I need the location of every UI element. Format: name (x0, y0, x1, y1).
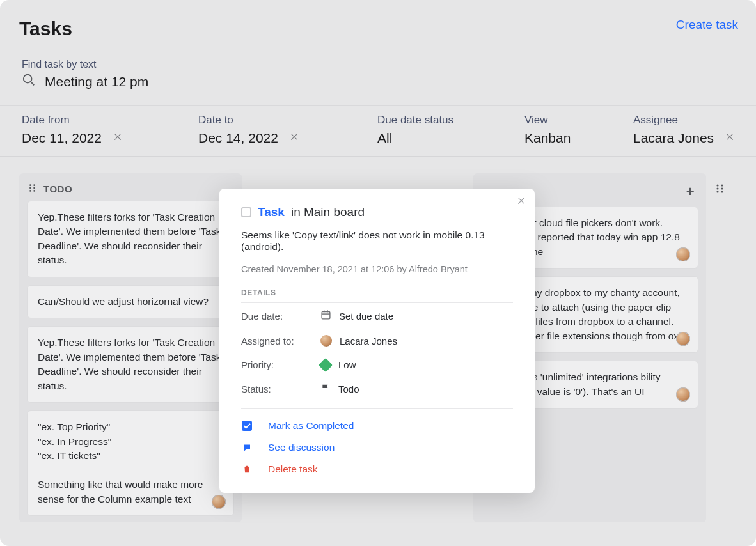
filter-value: Dec 11, 2022 (22, 130, 102, 146)
task-card[interactable]: "ex. Top Priority" "ex. In Progress" "ex… (27, 410, 234, 516)
svg-point-12 (29, 190, 31, 192)
filter-date-from[interactable]: Date from Dec 11, 2022 (0, 114, 179, 146)
filter-label: Assignee (633, 114, 737, 127)
filter-assignee[interactable]: Assignee Lacara Jones (614, 114, 756, 146)
board-column-todo: TODO Yep.These filters forks for 'Task C… (19, 173, 242, 522)
next-column-handle[interactable] (715, 173, 733, 522)
svg-point-19 (721, 191, 723, 192)
filter-value: Lacara Jones (633, 130, 714, 146)
clear-icon[interactable] (725, 132, 734, 144)
svg-rect-22 (322, 312, 330, 319)
column-header[interactable]: TODO (19, 173, 242, 201)
clear-icon[interactable] (113, 132, 122, 144)
filter-value: All (377, 130, 392, 146)
drag-icon[interactable] (715, 183, 725, 522)
svg-point-16 (716, 187, 718, 189)
page-title: Tasks (19, 18, 72, 40)
svg-point-15 (721, 184, 723, 186)
detail-assigned[interactable]: Assigned to: Lacara Jones (241, 329, 513, 353)
svg-point-18 (716, 191, 718, 192)
avatar (676, 387, 690, 402)
filter-bar: Date from Dec 11, 2022 Date to Dec 14, 2… (0, 105, 756, 157)
task-card[interactable]: Yep.These filters forks for 'Task Creati… (27, 201, 234, 277)
filter-label: Date to (198, 114, 339, 127)
chat-icon (241, 443, 253, 453)
check-icon (242, 421, 252, 431)
see-discussion-button[interactable]: See discussion (241, 442, 513, 453)
detail-label: Due date: (241, 311, 320, 322)
svg-line-1 (31, 82, 34, 85)
task-created-meta: Created November 18, 2021 at 12:06 by Al… (241, 264, 513, 274)
filter-label: Date from (22, 114, 160, 127)
search-input[interactable]: Meeting at 12 pm (22, 73, 737, 90)
avatar (320, 335, 332, 347)
page-header: Tasks Create task (0, 0, 756, 40)
task-description: Seems like 'Copy text/link' does not wor… (241, 230, 513, 253)
search-label: Find task by text (22, 59, 737, 70)
add-card-icon[interactable]: + (686, 183, 695, 200)
detail-due-date[interactable]: Due date: Set due date (241, 303, 513, 329)
svg-point-13 (33, 190, 35, 192)
column-title: TODO (43, 183, 72, 194)
task-checkbox[interactable] (241, 207, 251, 217)
detail-label: Priority: (241, 359, 320, 370)
avatar (212, 495, 226, 509)
search-value: Meeting at 12 pm (45, 74, 148, 90)
svg-point-8 (29, 184, 31, 186)
app-root: Tasks Create task Find task by text Meet… (0, 0, 756, 546)
task-card[interactable]: Can/Should we adjust horizornal view? (27, 285, 234, 318)
detail-status[interactable]: Status: Todo (241, 377, 513, 402)
task-link[interactable]: Task (258, 205, 285, 219)
search-icon (22, 73, 36, 90)
create-task-link[interactable]: Create task (676, 18, 738, 32)
filter-date-to[interactable]: Date to Dec 14, 2022 (179, 114, 358, 146)
detail-label: Assigned to: (241, 336, 320, 347)
avatar (676, 332, 690, 346)
search-section: Find task by text Meeting at 12 pm (0, 40, 756, 90)
detail-value: Low (338, 359, 356, 370)
filter-view[interactable]: View Kanban (505, 114, 614, 146)
filter-label: Due date status (377, 114, 486, 127)
mark-completed-button[interactable]: Mark as Completed (241, 420, 513, 432)
flag-icon (320, 383, 331, 395)
priority-icon (319, 357, 333, 372)
filter-value: Kanban (524, 130, 571, 146)
detail-value: Lacara Jones (340, 336, 397, 347)
detail-label: Status: (241, 384, 320, 394)
modal-actions: Mark as Completed See discussion Delete … (241, 408, 513, 475)
svg-point-9 (33, 184, 35, 186)
detail-value: Todo (338, 384, 359, 394)
drag-icon[interactable] (28, 183, 37, 194)
filter-label: View (524, 114, 595, 127)
clear-icon[interactable] (290, 132, 299, 144)
task-detail-modal: Task in Main board Seems like 'Copy text… (219, 189, 535, 493)
modal-header: Task in Main board (241, 205, 513, 219)
details-heading: DETAILS (241, 288, 513, 303)
delete-task-button[interactable]: Delete task (241, 464, 513, 475)
task-location: in Main board (291, 205, 365, 219)
svg-point-14 (716, 184, 718, 186)
close-icon[interactable] (517, 196, 526, 208)
svg-point-10 (29, 187, 31, 189)
filter-due-status[interactable]: Due date status All (358, 114, 505, 146)
task-card[interactable]: Yep.These filters forks for 'Task Creati… (27, 326, 234, 403)
detail-value: Set due date (339, 311, 393, 322)
detail-priority[interactable]: Priority: Low (241, 353, 513, 377)
svg-point-17 (721, 187, 723, 189)
avatar (676, 247, 690, 261)
calendar-icon (320, 309, 331, 322)
filter-value: Dec 14, 2022 (198, 130, 278, 146)
trash-icon (241, 464, 253, 474)
svg-point-11 (33, 187, 35, 189)
svg-point-0 (24, 75, 32, 83)
